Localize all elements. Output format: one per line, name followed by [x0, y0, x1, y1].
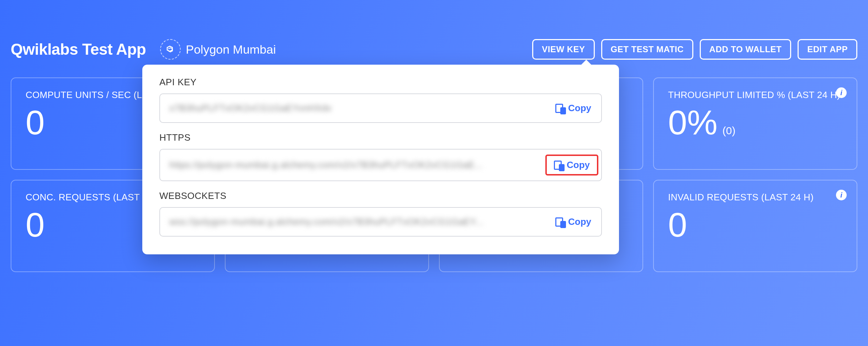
stat-value: 0 — [26, 106, 44, 140]
copy-label: Copy — [568, 216, 591, 227]
view-key-button[interactable]: VIEW KEY — [532, 39, 594, 60]
https-field: https://polygon-mumbai.g.alchemy.com/v2/… — [159, 149, 602, 181]
header-actions: VIEW KEY GET TEST MATIC ADD TO WALLET ED… — [532, 39, 857, 60]
websockets-label: WEBSOCKETS — [159, 190, 602, 201]
stat-value: 0 — [668, 208, 687, 242]
api-key-value: x7B3huPLFTxOK2vCG1GaEYvnHXdv — [169, 103, 545, 114]
network-label: Polygon Mumbai — [186, 43, 276, 56]
copy-label: Copy — [568, 103, 591, 114]
stat-label: THROUGHPUT LIMITED % (LAST 24 H) — [668, 89, 842, 101]
stat-value: 0 — [26, 208, 44, 242]
copy-icon — [554, 161, 563, 170]
api-key-field: x7B3huPLFTxOK2vCG1GaEYvnHXdv Copy — [159, 93, 602, 123]
network-badge: Polygon Mumbai — [160, 39, 276, 60]
websockets-value: wss://polygon-mumbai.g.alchemy.com/v2/x7… — [169, 216, 545, 227]
websockets-field: wss://polygon-mumbai.g.alchemy.com/v2/x7… — [159, 207, 602, 237]
https-label: HTTPS — [159, 132, 602, 143]
get-test-matic-button[interactable]: GET TEST MATIC — [601, 39, 693, 60]
app-title: Qwiklabs Test App — [11, 40, 146, 58]
edit-app-button[interactable]: EDIT APP — [798, 39, 857, 60]
websockets-section: WEBSOCKETS wss://polygon-mumbai.g.alchem… — [159, 190, 602, 237]
api-key-label: API KEY — [159, 77, 602, 88]
stat-card-invalid-requests: i INVALID REQUESTS (LAST 24 H) 0 — [653, 180, 857, 272]
stat-subvalue: (0) — [723, 125, 736, 137]
add-to-wallet-button[interactable]: ADD TO WALLET — [700, 39, 791, 60]
https-section: HTTPS https://polygon-mumbai.g.alchemy.c… — [159, 132, 602, 181]
view-key-popover: API KEY x7B3huPLFTxOK2vCG1GaEYvnHXdv Cop… — [142, 65, 619, 254]
polygon-icon — [160, 39, 181, 60]
api-key-section: API KEY x7B3huPLFTxOK2vCG1GaEYvnHXdv Cop… — [159, 77, 602, 123]
stat-value: 0% — [668, 106, 718, 140]
copy-label: Copy — [567, 160, 590, 171]
copy-websockets-button[interactable]: Copy — [548, 213, 598, 231]
copy-icon — [555, 104, 565, 113]
copy-icon — [555, 217, 565, 227]
info-icon[interactable]: i — [836, 87, 847, 98]
info-icon[interactable]: i — [836, 190, 847, 200]
stat-label: INVALID REQUESTS (LAST 24 H) — [668, 191, 842, 204]
copy-https-button[interactable]: Copy — [545, 155, 598, 175]
page-header: Qwiklabs Test App Polygon Mumbai VIEW KE… — [11, 39, 857, 60]
copy-api-key-button[interactable]: Copy — [548, 99, 598, 117]
https-value: https://polygon-mumbai.g.alchemy.com/v2/… — [169, 160, 542, 171]
stat-card-throughput: i THROUGHPUT LIMITED % (LAST 24 H) 0% (0… — [653, 77, 857, 170]
